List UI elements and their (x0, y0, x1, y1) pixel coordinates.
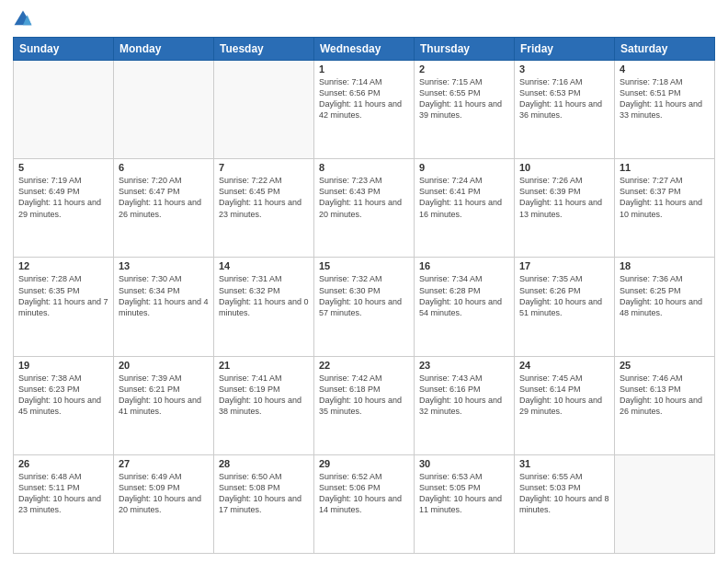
weekday-header: Saturday (615, 38, 715, 61)
cell-info-text: Sunset: 5:08 PM (219, 482, 309, 493)
day-number: 26 (18, 458, 108, 469)
cell-info-text: Sunset: 6:45 PM (219, 186, 309, 197)
calendar-cell: 7Sunrise: 7:22 AMSunset: 6:45 PMDaylight… (214, 159, 314, 258)
cell-info-text: Sunrise: 7:31 AM (219, 273, 309, 284)
cell-info-text: Daylight: 11 hours and 23 minutes. (219, 197, 309, 219)
cell-info-text: Sunset: 6:35 PM (18, 285, 108, 296)
calendar-cell: 17Sunrise: 7:35 AMSunset: 6:26 PMDayligh… (515, 258, 615, 356)
cell-info-text: Sunrise: 7:27 AM (620, 175, 710, 186)
cell-info-text: Sunrise: 7:20 AM (119, 175, 209, 186)
cell-info-text: Sunset: 6:37 PM (620, 186, 710, 197)
cell-info-text: Sunrise: 6:53 AM (419, 471, 509, 482)
cell-info-text: Daylight: 10 hours and 8 minutes. (519, 493, 609, 515)
cell-info-text: Sunrise: 7:45 AM (519, 373, 609, 384)
day-number: 16 (419, 260, 509, 271)
day-number: 1 (319, 63, 409, 75)
cell-info-text: Sunrise: 7:43 AM (419, 373, 509, 384)
cell-info-text: Sunset: 6:25 PM (620, 285, 710, 296)
calendar-cell: 2Sunrise: 7:15 AMSunset: 6:55 PMDaylight… (415, 61, 515, 159)
weekday-header: Sunday (14, 38, 114, 61)
cell-info-text: Sunset: 6:34 PM (119, 285, 209, 296)
cell-info-text: Daylight: 10 hours and 57 minutes. (319, 296, 409, 318)
cell-info-text: Sunset: 6:19 PM (219, 384, 309, 395)
day-number: 23 (419, 360, 509, 371)
cell-info-text: Daylight: 11 hours and 33 minutes. (620, 98, 710, 121)
cell-info-text: Sunrise: 7:28 AM (18, 273, 108, 284)
calendar-cell: 15Sunrise: 7:32 AMSunset: 6:30 PMDayligh… (314, 258, 415, 356)
weekday-header: Monday (114, 38, 214, 61)
cell-info-text: Daylight: 11 hours and 7 minutes. (18, 296, 108, 318)
day-number: 29 (319, 458, 409, 469)
cell-info-text: Sunset: 6:56 PM (319, 87, 409, 98)
cell-info-text: Sunset: 6:47 PM (119, 186, 209, 197)
cell-info-text: Daylight: 10 hours and 41 minutes. (119, 395, 209, 417)
cell-info-text: Sunrise: 6:55 AM (519, 471, 609, 482)
day-number: 4 (620, 63, 710, 75)
cell-info-text: Sunrise: 7:32 AM (319, 273, 409, 284)
cell-info-text: Daylight: 10 hours and 35 minutes. (319, 395, 409, 417)
cell-info-text: Sunset: 6:26 PM (519, 285, 609, 296)
cell-info-text: Sunrise: 7:30 AM (119, 273, 209, 284)
cell-info-text: Daylight: 11 hours and 0 minutes. (219, 296, 309, 318)
cell-info-text: Sunrise: 7:15 AM (419, 76, 509, 87)
cell-info-text: Sunset: 6:51 PM (620, 87, 710, 98)
cell-info-text: Sunset: 6:14 PM (519, 384, 609, 395)
calendar-cell (114, 61, 214, 159)
day-number: 28 (219, 458, 309, 469)
day-number: 11 (620, 162, 710, 173)
cell-info-text: Sunrise: 6:48 AM (18, 471, 108, 482)
cell-info-text: Sunset: 6:16 PM (419, 384, 509, 395)
calendar-header-row: SundayMondayTuesdayWednesdayThursdayFrid… (14, 38, 715, 61)
cell-info-text: Daylight: 10 hours and 51 minutes. (519, 296, 609, 318)
day-number: 30 (419, 458, 509, 469)
cell-info-text: Sunrise: 7:16 AM (519, 76, 609, 87)
cell-info-text: Sunrise: 6:49 AM (119, 471, 209, 482)
calendar-cell: 11Sunrise: 7:27 AMSunset: 6:37 PMDayligh… (615, 159, 715, 258)
day-number: 17 (519, 260, 609, 271)
cell-info-text: Sunrise: 7:18 AM (620, 76, 710, 87)
day-number: 31 (519, 458, 609, 469)
cell-info-text: Sunrise: 7:24 AM (419, 175, 509, 186)
day-number: 5 (18, 162, 108, 173)
cell-info-text: Sunrise: 7:41 AM (219, 373, 309, 384)
cell-info-text: Daylight: 10 hours and 11 minutes. (419, 493, 509, 515)
cell-info-text: Daylight: 10 hours and 48 minutes. (620, 296, 710, 318)
day-number: 3 (519, 63, 609, 75)
cell-info-text: Sunset: 6:18 PM (319, 384, 409, 395)
calendar-cell: 5Sunrise: 7:19 AMSunset: 6:49 PMDaylight… (14, 159, 114, 258)
cell-info-text: Sunset: 6:43 PM (319, 186, 409, 197)
cell-info-text: Sunset: 5:03 PM (519, 482, 609, 493)
cell-info-text: Sunset: 6:49 PM (18, 186, 108, 197)
day-number: 22 (319, 360, 409, 371)
day-number: 13 (119, 260, 209, 271)
day-number: 21 (219, 360, 309, 371)
cell-info-text: Daylight: 10 hours and 20 minutes. (119, 493, 209, 515)
calendar-cell: 26Sunrise: 6:48 AMSunset: 5:11 PMDayligh… (14, 454, 114, 553)
cell-info-text: Sunrise: 7:42 AM (319, 373, 409, 384)
calendar-cell (214, 61, 314, 159)
cell-info-text: Sunset: 6:55 PM (419, 87, 509, 98)
day-number: 18 (620, 260, 710, 271)
cell-info-text: Sunset: 6:30 PM (319, 285, 409, 296)
calendar-cell: 3Sunrise: 7:16 AMSunset: 6:53 PMDaylight… (515, 61, 615, 159)
calendar-cell: 14Sunrise: 7:31 AMSunset: 6:32 PMDayligh… (214, 258, 314, 356)
cell-info-text: Sunrise: 7:14 AM (319, 76, 409, 87)
calendar-week-row: 19Sunrise: 7:38 AMSunset: 6:23 PMDayligh… (14, 356, 715, 454)
day-number: 2 (419, 63, 509, 75)
calendar-cell: 18Sunrise: 7:36 AMSunset: 6:25 PMDayligh… (615, 258, 715, 356)
cell-info-text: Daylight: 11 hours and 42 minutes. (319, 98, 409, 121)
cell-info-text: Daylight: 11 hours and 29 minutes. (18, 197, 108, 219)
weekday-header: Tuesday (214, 38, 314, 61)
cell-info-text: Sunset: 6:39 PM (519, 186, 609, 197)
cell-info-text: Sunset: 6:21 PM (119, 384, 209, 395)
day-number: 25 (620, 360, 710, 371)
calendar-week-row: 5Sunrise: 7:19 AMSunset: 6:49 PMDaylight… (14, 159, 715, 258)
header (13, 9, 715, 29)
calendar-cell: 31Sunrise: 6:55 AMSunset: 5:03 PMDayligh… (515, 454, 615, 553)
day-number: 8 (319, 162, 409, 173)
cell-info-text: Daylight: 10 hours and 32 minutes. (419, 395, 509, 417)
logo-icon (13, 9, 33, 29)
day-number: 6 (119, 162, 209, 173)
cell-info-text: Sunset: 6:28 PM (419, 285, 509, 296)
calendar-cell: 12Sunrise: 7:28 AMSunset: 6:35 PMDayligh… (14, 258, 114, 356)
